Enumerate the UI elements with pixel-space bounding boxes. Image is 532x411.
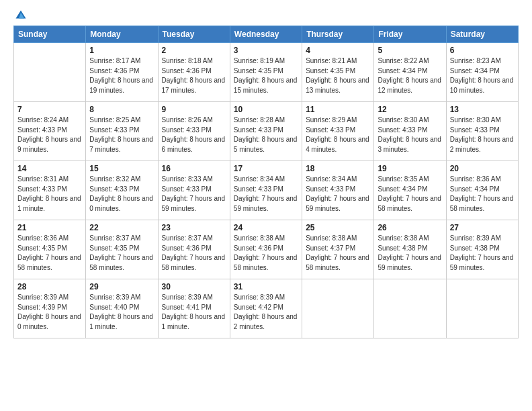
day-cell-30: 30Sunrise: 8:39 AMSunset: 4:41 PMDayligh…	[158, 279, 230, 338]
day-info: Sunrise: 8:23 AMSunset: 4:34 PMDaylight:…	[450, 56, 515, 95]
day-cell-10: 10Sunrise: 8:28 AMSunset: 4:33 PMDayligh…	[230, 102, 302, 161]
day-cell-15: 15Sunrise: 8:32 AMSunset: 4:33 PMDayligh…	[86, 161, 158, 220]
day-number: 14	[17, 164, 82, 173]
day-info: Sunrise: 8:39 AMSunset: 4:38 PMDaylight:…	[450, 234, 515, 273]
day-cell-17: 17Sunrise: 8:34 AMSunset: 4:33 PMDayligh…	[230, 161, 302, 220]
day-cell-20: 20Sunrise: 8:36 AMSunset: 4:34 PMDayligh…	[446, 161, 518, 220]
day-cell-16: 16Sunrise: 8:33 AMSunset: 4:33 PMDayligh…	[158, 161, 230, 220]
day-cell-9: 9Sunrise: 8:26 AMSunset: 4:33 PMDaylight…	[158, 102, 230, 161]
day-info: Sunrise: 8:37 AMSunset: 4:35 PMDaylight:…	[89, 234, 154, 273]
day-info: Sunrise: 8:36 AMSunset: 4:34 PMDaylight:…	[450, 175, 515, 214]
day-number: 13	[450, 105, 515, 114]
day-number: 25	[306, 223, 370, 232]
day-info: Sunrise: 8:26 AMSunset: 4:33 PMDaylight:…	[162, 116, 226, 154]
weekday-header-friday: Friday	[374, 26, 446, 43]
day-number: 31	[234, 282, 298, 291]
calendar-body: 1Sunrise: 8:17 AMSunset: 4:36 PMDaylight…	[14, 43, 519, 338]
day-cell-19: 19Sunrise: 8:35 AMSunset: 4:34 PMDayligh…	[374, 161, 446, 220]
day-info: Sunrise: 8:38 AMSunset: 4:37 PMDaylight:…	[306, 234, 370, 273]
day-number: 12	[378, 105, 442, 114]
week-row-5: 28Sunrise: 8:39 AMSunset: 4:39 PMDayligh…	[14, 279, 519, 338]
day-number: 9	[162, 105, 226, 114]
day-info: Sunrise: 8:33 AMSunset: 4:33 PMDaylight:…	[162, 175, 226, 214]
day-number: 8	[89, 105, 154, 114]
day-number: 3	[234, 46, 298, 55]
weekday-header-saturday: Saturday	[446, 26, 518, 43]
day-info: Sunrise: 8:34 AMSunset: 4:33 PMDaylight:…	[306, 175, 370, 214]
weekday-header-wednesday: Wednesday	[230, 26, 302, 43]
week-row-2: 7Sunrise: 8:24 AMSunset: 4:33 PMDaylight…	[14, 102, 519, 161]
day-number: 20	[450, 164, 515, 173]
day-info: Sunrise: 8:31 AMSunset: 4:33 PMDaylight:…	[17, 175, 82, 214]
day-number: 24	[234, 223, 298, 232]
day-number: 4	[306, 46, 370, 55]
day-cell-4: 4Sunrise: 8:21 AMSunset: 4:35 PMDaylight…	[302, 43, 374, 102]
day-number: 5	[378, 46, 442, 55]
day-number: 29	[89, 282, 154, 291]
empty-cell	[302, 279, 374, 338]
day-info: Sunrise: 8:38 AMSunset: 4:36 PMDaylight:…	[234, 234, 298, 273]
logo-icon	[15, 9, 27, 21]
day-info: Sunrise: 8:29 AMSunset: 4:33 PMDaylight:…	[306, 116, 370, 154]
day-number: 21	[17, 223, 82, 232]
week-row-4: 21Sunrise: 8:36 AMSunset: 4:35 PMDayligh…	[14, 220, 519, 279]
day-cell-31: 31Sunrise: 8:39 AMSunset: 4:42 PMDayligh…	[230, 279, 302, 338]
day-info: Sunrise: 8:32 AMSunset: 4:33 PMDaylight:…	[89, 175, 154, 214]
weekday-header-monday: Monday	[86, 26, 158, 43]
day-cell-26: 26Sunrise: 8:38 AMSunset: 4:38 PMDayligh…	[374, 220, 446, 279]
day-info: Sunrise: 8:30 AMSunset: 4:33 PMDaylight:…	[450, 116, 515, 154]
page: SundayMondayTuesdayWednesdayThursdayFrid…	[0, 0, 532, 411]
day-cell-3: 3Sunrise: 8:19 AMSunset: 4:35 PMDaylight…	[230, 43, 302, 102]
logo	[13, 15, 27, 21]
day-cell-7: 7Sunrise: 8:24 AMSunset: 4:33 PMDaylight…	[14, 102, 86, 161]
day-cell-24: 24Sunrise: 8:38 AMSunset: 4:36 PMDayligh…	[230, 220, 302, 279]
day-cell-29: 29Sunrise: 8:39 AMSunset: 4:40 PMDayligh…	[86, 279, 158, 338]
day-number: 15	[89, 164, 154, 173]
empty-cell	[446, 279, 518, 338]
day-cell-14: 14Sunrise: 8:31 AMSunset: 4:33 PMDayligh…	[14, 161, 86, 220]
day-number: 16	[162, 164, 226, 173]
day-number: 11	[306, 105, 370, 114]
day-number: 7	[17, 105, 82, 114]
day-info: Sunrise: 8:39 AMSunset: 4:41 PMDaylight:…	[162, 293, 226, 332]
day-number: 27	[450, 223, 515, 232]
day-number: 26	[378, 223, 442, 232]
day-cell-2: 2Sunrise: 8:18 AMSunset: 4:36 PMDaylight…	[158, 43, 230, 102]
day-info: Sunrise: 8:28 AMSunset: 4:33 PMDaylight:…	[234, 116, 298, 154]
day-info: Sunrise: 8:39 AMSunset: 4:42 PMDaylight:…	[234, 293, 298, 332]
day-cell-1: 1Sunrise: 8:17 AMSunset: 4:36 PMDaylight…	[86, 43, 158, 102]
day-number: 23	[162, 223, 226, 232]
day-cell-28: 28Sunrise: 8:39 AMSunset: 4:39 PMDayligh…	[14, 279, 86, 338]
day-info: Sunrise: 8:24 AMSunset: 4:33 PMDaylight:…	[17, 116, 82, 154]
day-info: Sunrise: 8:22 AMSunset: 4:34 PMDaylight:…	[378, 56, 442, 95]
week-row-1: 1Sunrise: 8:17 AMSunset: 4:36 PMDaylight…	[14, 43, 519, 102]
calendar-header-row: SundayMondayTuesdayWednesdayThursdayFrid…	[14, 26, 519, 43]
day-cell-6: 6Sunrise: 8:23 AMSunset: 4:34 PMDaylight…	[446, 43, 518, 102]
day-cell-22: 22Sunrise: 8:37 AMSunset: 4:35 PMDayligh…	[86, 220, 158, 279]
day-info: Sunrise: 8:21 AMSunset: 4:35 PMDaylight:…	[306, 56, 370, 95]
day-info: Sunrise: 8:17 AMSunset: 4:36 PMDaylight:…	[89, 56, 154, 95]
weekday-header-sunday: Sunday	[14, 26, 86, 43]
day-info: Sunrise: 8:38 AMSunset: 4:38 PMDaylight:…	[378, 234, 442, 273]
day-number: 19	[378, 164, 442, 173]
day-info: Sunrise: 8:18 AMSunset: 4:36 PMDaylight:…	[162, 56, 226, 95]
weekday-header-tuesday: Tuesday	[158, 26, 230, 43]
day-cell-12: 12Sunrise: 8:30 AMSunset: 4:33 PMDayligh…	[374, 102, 446, 161]
day-cell-5: 5Sunrise: 8:22 AMSunset: 4:34 PMDaylight…	[374, 43, 446, 102]
day-cell-21: 21Sunrise: 8:36 AMSunset: 4:35 PMDayligh…	[14, 220, 86, 279]
week-row-3: 14Sunrise: 8:31 AMSunset: 4:33 PMDayligh…	[14, 161, 519, 220]
day-cell-8: 8Sunrise: 8:25 AMSunset: 4:33 PMDaylight…	[86, 102, 158, 161]
day-info: Sunrise: 8:36 AMSunset: 4:35 PMDaylight:…	[17, 234, 82, 273]
day-number: 28	[17, 282, 82, 291]
day-number: 6	[450, 46, 515, 55]
header	[13, 12, 519, 21]
day-info: Sunrise: 8:34 AMSunset: 4:33 PMDaylight:…	[234, 175, 298, 214]
day-cell-13: 13Sunrise: 8:30 AMSunset: 4:33 PMDayligh…	[446, 102, 518, 161]
day-number: 1	[89, 46, 154, 55]
day-number: 30	[162, 282, 226, 291]
day-info: Sunrise: 8:30 AMSunset: 4:33 PMDaylight:…	[378, 116, 442, 154]
day-cell-27: 27Sunrise: 8:39 AMSunset: 4:38 PMDayligh…	[446, 220, 518, 279]
empty-cell	[14, 43, 86, 102]
day-info: Sunrise: 8:25 AMSunset: 4:33 PMDaylight:…	[89, 116, 154, 154]
day-cell-18: 18Sunrise: 8:34 AMSunset: 4:33 PMDayligh…	[302, 161, 374, 220]
